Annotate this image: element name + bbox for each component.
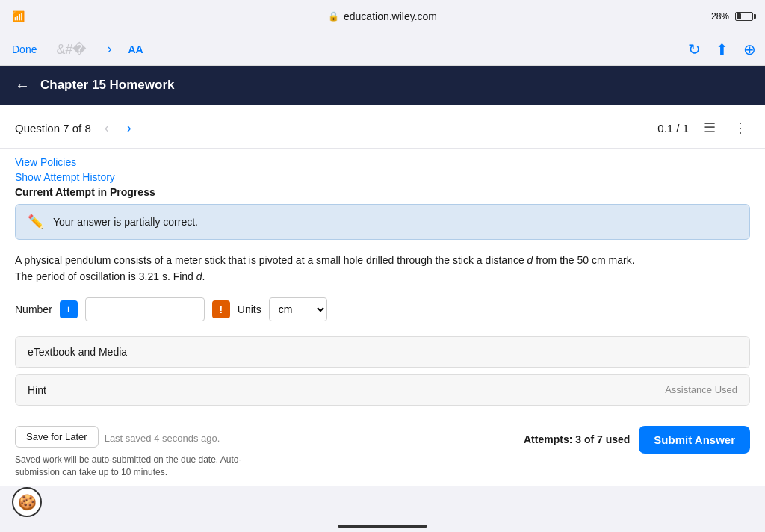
forward-chevron-button[interactable]: › (103, 38, 117, 60)
problem-line2: The period of oscillation is 3.21 s. Fin… (15, 270, 205, 282)
url-bar: 🔒 education.wiley.com (328, 10, 437, 22)
font-size-button[interactable]: AA (128, 43, 143, 55)
chapter-header: ← Chapter 15 Homework (0, 66, 765, 105)
nav-bar: Done &#� › AA ↻ ⬆ ⊕ (0, 33, 765, 66)
info-button[interactable]: i (60, 300, 78, 318)
footer-left: Save for Later Last saved 4 seconds ago.… (15, 426, 269, 479)
question-label: Question 7 of 8 (15, 122, 91, 134)
problem-line1: A physical pendulum consists of a meter … (15, 254, 635, 266)
cookie-button[interactable]: 🍪 (12, 487, 42, 517)
footer-right: Attempts: 3 of 7 used Submit Answer (524, 426, 750, 454)
show-attempt-history-link[interactable]: Show Attempt History (15, 171, 750, 183)
warning-button[interactable]: ! (212, 300, 230, 318)
question-prev-button[interactable]: ‹ (100, 119, 114, 137)
submit-answer-button[interactable]: Submit Answer (639, 426, 750, 454)
main-content: Question 7 of 8 ‹ › 0.1 / 1 ☰ ⋮ View Pol… (0, 105, 765, 486)
question-right: 0.1 / 1 ☰ ⋮ (657, 117, 750, 139)
nav-bar-left: Done &#� › AA (9, 38, 143, 61)
view-policies-link[interactable]: View Policies (15, 156, 750, 168)
problem-text: A physical pendulum consists of a meter … (0, 252, 765, 297)
number-input[interactable] (85, 297, 205, 321)
back-chevron-button[interactable]: &#� (52, 38, 90, 61)
done-button[interactable]: Done (9, 40, 40, 58)
chapter-back-button[interactable]: ← (15, 77, 30, 94)
hint-label: Hint (28, 384, 46, 396)
save-row: Save for Later Last saved 4 seconds ago. (15, 426, 269, 451)
etextbook-header[interactable]: eTextbook and Media (16, 337, 749, 368)
partial-correct-banner: ✏️ Your answer is partially correct. (15, 204, 750, 240)
lock-icon: 🔒 (328, 11, 339, 22)
footer-bar: Save for Later Last saved 4 seconds ago.… (0, 418, 765, 486)
links-area: View Policies Show Attempt History Curre… (0, 149, 765, 204)
units-select[interactable]: cm m mm (269, 297, 327, 321)
question-next-button[interactable]: › (123, 119, 136, 137)
input-row: Number i ! Units cm m mm (0, 297, 765, 336)
current-attempt-label: Current Attempt in Progress (15, 186, 750, 198)
reload-button[interactable]: ↻ (688, 40, 701, 58)
nav-bar-right: ↻ ⬆ ⊕ (688, 40, 756, 58)
hint-section: Hint Assistance Used (15, 374, 750, 406)
list-icon-button[interactable]: ☰ (701, 117, 719, 139)
units-label: Units (238, 303, 261, 315)
status-bar-right: 28% (711, 11, 753, 22)
url-text: education.wiley.com (344, 10, 437, 22)
wifi-icon: 📶 (12, 10, 25, 22)
more-options-button[interactable]: ⋮ (731, 117, 750, 139)
chapter-title: Chapter 15 Homework (40, 78, 175, 93)
share-button[interactable]: ⬆ (716, 40, 728, 58)
battery-icon (735, 12, 753, 21)
etextbook-section: eTextbook and Media (15, 336, 750, 368)
home-indicator (338, 525, 427, 528)
question-nav: Question 7 of 8 ‹ › (15, 119, 136, 137)
auto-submit-text: Saved work will be auto-submitted on the… (15, 454, 269, 479)
pencil-icon: ✏️ (28, 214, 44, 230)
number-label: Number (15, 303, 52, 315)
partial-correct-text: Your answer is partially correct. (53, 216, 198, 228)
bookmark-button[interactable]: ⊕ (743, 40, 756, 58)
attempts-text: Attempts: 3 of 7 used (524, 433, 630, 445)
hint-header[interactable]: Hint Assistance Used (16, 375, 749, 405)
assistance-used-text: Assistance Used (665, 384, 737, 395)
score-text: 0.1 / 1 (657, 122, 689, 134)
battery-percent: 28% (711, 11, 729, 22)
status-bar-left: 📶 (12, 10, 25, 22)
status-bar: 📶 🔒 education.wiley.com 28% (0, 0, 765, 33)
question-header: Question 7 of 8 ‹ › 0.1 / 1 ☰ ⋮ (0, 105, 765, 149)
save-for-later-button[interactable]: Save for Later (15, 426, 99, 448)
last-saved-text: Last saved 4 seconds ago. (105, 433, 220, 444)
